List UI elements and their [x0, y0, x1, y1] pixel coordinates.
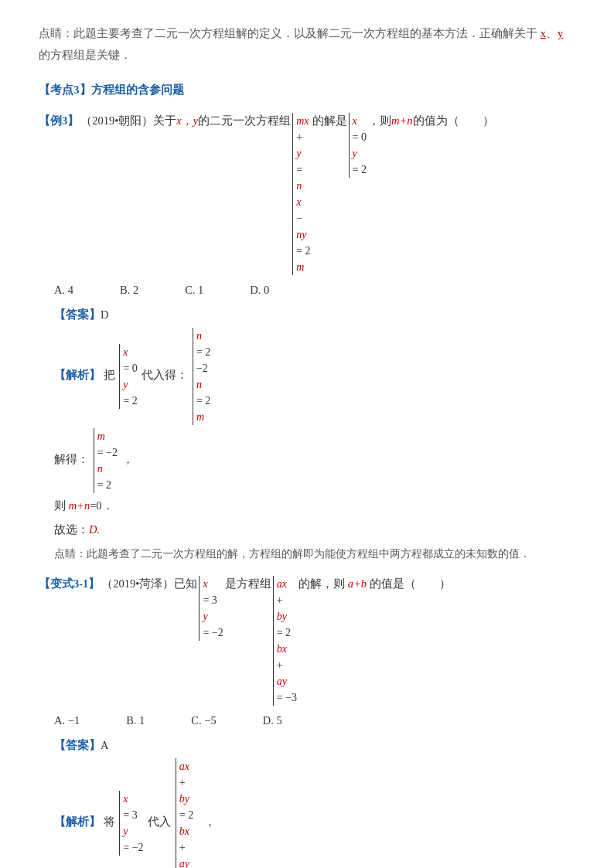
variant31-sys1-line1: x = 3 [203, 576, 223, 608]
example3-step1-prefix: 把 [104, 369, 115, 382]
example3-point: 点睛：此题考查了二元一次方程组的解，方程组的解即为能使方程组中两方程都成立的未知… [54, 544, 575, 565]
example3-sys1-line2: x − ny = 2m [296, 194, 310, 275]
variant31-step2-line2: bx + ay = −3 [179, 823, 200, 868]
example3-choice-selected: D. [89, 523, 100, 536]
section3-title: 【考点3】方程组的含参问题 [39, 80, 575, 100]
example3-text1: 的二元一次方程组 [198, 110, 291, 132]
variant31-label: 【变式3-1】 [39, 573, 100, 595]
variant31-choice-c: C. −5 [191, 710, 216, 730]
example3-prefix: （2019•朝阳）关于 [80, 110, 176, 132]
example3-conclusion2: 故选：D. [54, 519, 575, 541]
example3-expr2: m+n [69, 499, 90, 512]
example3-text3: ，则 [368, 110, 391, 132]
example3-label: 【例3】 [39, 110, 79, 132]
example3-conclusion1: 则 m+n=0． [54, 495, 575, 517]
example3-answer-label: 【答案】 [54, 308, 101, 321]
variant31-step2-suffix: ， [204, 815, 216, 828]
example3-result: 解得： m = −2 n = 2 ， [54, 428, 575, 493]
variant31-step1-suffix: 代入 [148, 815, 171, 828]
variant31-text2: 的解，则 a+b 的值是（ ） [298, 573, 451, 595]
variant31-sys2-line1: ax + by = 2 [277, 576, 297, 641]
example3-step1-system: x = 0 y = 2 [119, 344, 137, 409]
tip-section: 点睛：此题主要考查了二元一次方程组解的定义．以及解二元一次方程组的基本方法．正确… [39, 23, 575, 66]
variant31-answer: 【答案】A [54, 735, 575, 755]
variant31-answer-value: A [101, 739, 108, 751]
variant31-question: 【变式3-1】 （2019•菏泽）已知 x = 3 y = −2 是方程组 ax… [39, 573, 575, 706]
variant31-text1: 是方程组 [225, 573, 271, 595]
variant31-step1-line2: y = −2 [123, 823, 143, 856]
variant31-block: 【变式3-1】 （2019•菏泽）已知 x = 3 y = −2 是方程组 ax… [39, 573, 575, 868]
example3-result-system: m = −2 n = 2 [94, 428, 118, 493]
example3-result-line1: m = −2 [97, 428, 118, 461]
variant31-choice-b: B. 1 [126, 710, 145, 730]
example3-text2: 的解是 [312, 110, 347, 132]
variant31-step1-system: x = 3 y = −2 [119, 791, 143, 856]
example3-sys2-line2: y = 2 [353, 145, 367, 178]
example3-choices: A. 4 B. 2 C. 1 D. 0 [54, 280, 575, 300]
example3-system1: mx + y = n x − ny = 2m [292, 113, 310, 275]
variant31-solution: 【解析】 将 x = 3 y = −2 代入 ax + by = 2 bx + … [54, 758, 575, 868]
variant31-step2-line1: ax + by = 2 [179, 758, 200, 823]
example3-answer-value: D [101, 308, 108, 321]
example3-choice-b: B. 2 [120, 280, 138, 300]
tip-keyword-y: y [558, 27, 563, 39]
variant31-system2: ax + by = 2 bx + ay = −3 [273, 576, 297, 706]
example3-system2: x = 0 y = 2 [349, 113, 367, 178]
example3-step2-line1: n = 2 [196, 328, 210, 360]
example3-solution-label: 【解析】 [54, 369, 101, 382]
example3-step2-system: n = 2 −2n = 2m [193, 328, 210, 425]
example3-choice-c: C. 1 [185, 280, 203, 300]
variant31-choices: A. −1 B. 1 C. −5 D. 5 [54, 710, 575, 730]
variant31-solution-label: 【解析】 [54, 815, 101, 828]
variant31-sys2-line2: bx + ay = −3 [277, 641, 297, 706]
example3-result-line2: n = 2 [97, 461, 118, 493]
example3-vars: x，y [176, 110, 198, 132]
example3-choice-a: A. 4 [54, 280, 73, 300]
variant31-step1-line1: x = 3 [123, 791, 143, 823]
example3-block: 【例3】 （2019•朝阳）关于 x，y 的二元一次方程组 mx + y = n… [39, 110, 575, 565]
example3-sys1-line1: mx + y = n [296, 113, 310, 194]
example3-sys2-line1: x = 0 [353, 113, 367, 145]
variant31-choice-a: A. −1 [54, 710, 80, 730]
variant31-system1: x = 3 y = −2 [199, 576, 223, 641]
example3-step1-sys-line2: y = 2 [123, 376, 137, 409]
variant31-step2-system: ax + by = 2 bx + ay = −3 [176, 758, 200, 868]
example3-solution: 【解析】 把 x = 0 y = 2 代入得： n = 2 −2n = 2m [54, 328, 575, 425]
example3-text4: 的值为（ ） [413, 110, 494, 132]
example3-step1-sys-line1: x = 0 [123, 344, 137, 376]
variant31-sys1-line2: y = −2 [203, 608, 223, 641]
example3-step2-line2: −2n = 2m [196, 360, 210, 425]
example3-choice-d: D. 0 [250, 280, 269, 300]
example3-answer: 【答案】D [54, 305, 575, 325]
tip-keyword-x: x [541, 27, 546, 39]
variant31-answer-label: 【答案】 [54, 739, 101, 751]
variant31-prefix: （2019•菏泽）已知 [101, 573, 197, 595]
example3-step1-suffix: 代入得： [142, 369, 188, 382]
variant31-choice-d: D. 5 [263, 710, 282, 730]
variant31-step1-prefix: 将 [104, 815, 115, 828]
example3-question: 【例3】 （2019•朝阳）关于 x，y 的二元一次方程组 mx + y = n… [39, 110, 575, 275]
example3-expr: m+n [391, 110, 413, 132]
